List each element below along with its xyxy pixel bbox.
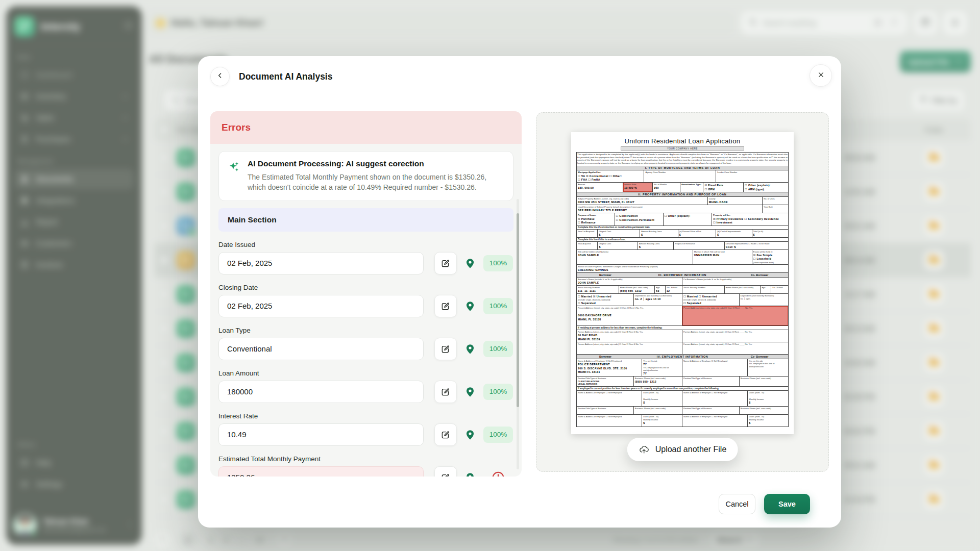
loan-form-cell: Dates (from - to)Monthly Income$	[642, 415, 682, 427]
save-button[interactable]: Save	[764, 494, 810, 514]
edit-button[interactable]	[434, 423, 457, 446]
loan-form-cell: Home Phone (incl. area code)(555) 555- 1…	[619, 286, 655, 293]
field-input[interactable]: 02 Feb, 2025	[218, 252, 424, 274]
loan-form-cell: Manner in which Title will be heldUNMARR…	[693, 250, 752, 264]
loan-form-row: Legal Description of Subject Property (a…	[577, 205, 788, 213]
close-button[interactable]	[810, 64, 832, 87]
loan-form-row: Position/Title/Type of Business Business…	[577, 407, 788, 415]
loan-form-cell: Year Acquired	[577, 242, 598, 249]
loan-form-cell: Name & Address of Employer ☐ Self Employ…	[682, 391, 748, 407]
errors-banner: Errors	[210, 111, 522, 144]
field-input[interactable]: 1350.26	[218, 466, 424, 477]
loan-form-cell: ☐ Married ☐ Unmarried(include single, di…	[682, 294, 740, 306]
error-icon	[483, 470, 513, 477]
modal-title: Document AI Analysis	[239, 71, 332, 82]
loan-form-cell: Former Address (street, city, state, zip…	[682, 342, 788, 354]
loan-form-cell: Purpose of Refinance	[674, 242, 724, 249]
location-pin-icon[interactable]	[463, 429, 477, 441]
loan-form-section-header: II. PROPERTY INFORMATION AND PURPOSE OF …	[577, 192, 788, 197]
loan-form-cell: Name & Address of Employer ☐ Self Employ…	[682, 415, 748, 427]
field-input[interactable]: 02 Feb, 2025	[218, 295, 424, 317]
loan-form-row: Position/Title/Type of BusinessCLIENT RE…	[577, 377, 788, 387]
loan-form-cell: Lender Case Number	[716, 170, 788, 182]
field-label: Loan Amount	[218, 369, 513, 377]
loan-form-cell: Position/Title/Type of Business	[682, 377, 740, 386]
location-pin-icon[interactable]	[463, 257, 477, 269]
field-input[interactable]: Conventional	[218, 338, 424, 360]
edit-button[interactable]	[434, 252, 457, 274]
field-closing-date: Closing Date02 Feb, 2025100%	[218, 274, 513, 317]
loan-form-row: Name & Address of Employer ☐ Self Employ…	[577, 359, 788, 377]
loan-form-cell: ☒ Fixed Rate☐ GPM	[703, 183, 744, 191]
loan-form-row: Former Address (street, city, state, zip…	[577, 330, 788, 342]
loan-form-cell: Amount Existing Liens$	[640, 230, 678, 237]
field-input[interactable]: 180000	[218, 381, 424, 403]
scrollbar-thumb[interactable]	[517, 213, 519, 407]
screen: Interoly MainDashboardInventorySalesPurc…	[0, 0, 980, 551]
loan-form-note: If employed in current position for less…	[577, 387, 788, 391]
loan-form-cell: Present Address (street, city, state, zi…	[577, 306, 682, 325]
loan-form-cell: Amount Existing Liens$	[638, 242, 674, 249]
location-pin-icon[interactable]	[463, 343, 477, 355]
loan-form-cell: Yrs. School12	[666, 286, 682, 293]
main-section-header: Main Section	[218, 208, 513, 232]
edit-button[interactable]	[434, 295, 457, 317]
loan-form-cell: Mortgage Applied for:☐ VA ☒ Conventional…	[577, 170, 644, 182]
loan-form-cell: Property will be:☒ Primary Residence ☐ S…	[712, 213, 788, 225]
loan-form-cell: Business Phone (incl. area code)	[740, 407, 788, 414]
upload-another-file-label: Upload another File	[655, 445, 727, 454]
close-icon	[817, 70, 825, 81]
ai-suggestion-body: The Estimated Total Monthly Payment show…	[248, 172, 505, 193]
loan-form-cell: Co-Borrower's Name (include Jr. or Sr. i…	[682, 278, 788, 285]
loan-form-cell: Name & Address of Employer ☐ Self Employ…	[577, 415, 642, 427]
loan-form-rows: I. TYPE OF MORTGAGE AND TERMS OF LOANMor…	[577, 166, 788, 427]
errors-title: Errors	[222, 122, 251, 133]
confidence-badge: 100%	[483, 341, 513, 357]
field-label: Interest Rate	[218, 412, 513, 420]
field-input[interactable]: 10.49	[218, 423, 424, 446]
field-row: 02 Feb, 2025100%	[218, 295, 513, 317]
loan-form-cell: Agency Case Number	[644, 170, 716, 182]
loan-form-cell: No. of Months360	[653, 183, 680, 191]
loan-form-row: Social Security Number111- 11- 1111Home …	[577, 286, 788, 294]
loan-form-cell: (a) Present Value of Lot$	[678, 230, 717, 237]
confidence-badge: 100%	[483, 255, 513, 271]
loan-form-cell: ☐ Other (explain):☐ ARM (type):	[744, 183, 788, 191]
loan-form-section-header: BorrowerIII. BORROWER INFORMATIONCo- Bor…	[577, 273, 788, 278]
location-pin-icon[interactable]	[463, 471, 477, 477]
loan-form-cell: Age53	[655, 286, 666, 293]
document-preview-panel: Uniform Residential Loan Application YOU…	[536, 112, 829, 472]
loan-form-cell: Former Address (street, city, state, zip…	[577, 342, 682, 354]
loan-form-company: YOUR COMPANY HERE	[621, 146, 744, 151]
loan-form-cell: Dates (from - to)Monthly Income$	[748, 415, 788, 427]
loan-form-cell: CountyMIAMI- DADE	[708, 197, 763, 205]
edit-button[interactable]	[434, 338, 457, 360]
chevron-left-icon	[216, 71, 224, 82]
loan-form-row: Title will be held in what Name(s)JOHN S…	[577, 250, 788, 265]
loan-form-row: Subject Property Address (street, city, …	[577, 197, 788, 205]
loan-form-row: Name & Address of Employer ☐ Self Employ…	[577, 415, 788, 427]
loan-form-row: Year Lot AcquiredOriginal Cost$Amount Ex…	[577, 230, 788, 238]
edit-button[interactable]	[434, 466, 457, 477]
loan-form-cell: Name & Address of Employer ☐ Self Employ…	[577, 359, 642, 376]
edit-button[interactable]	[434, 381, 457, 403]
loan-form-cell: Original Cost$	[598, 242, 638, 249]
cloud-upload-icon	[639, 444, 650, 455]
cancel-button[interactable]: Cancel	[719, 494, 755, 514]
loan-form-cell: Purpose of Loan:☒ Purchase☐ Refinance	[577, 213, 615, 225]
loan-form-cell: Year Built	[763, 205, 788, 213]
loan-form-cell: Business Phone (incl. area code)	[740, 377, 788, 386]
loan-form-cell: Yrs. on this jobYrs. employed in this li…	[748, 359, 788, 376]
loan-form-cell: Present Address (street, city, state, zi…	[682, 306, 788, 325]
upload-another-file-button[interactable]: Upload another File	[627, 438, 738, 461]
loan-form-cell: Title will be held in what Name(s)JOHN S…	[577, 250, 693, 264]
location-pin-icon[interactable]	[463, 386, 477, 398]
loan-form-intro: This application is designed to be compl…	[577, 153, 788, 165]
field-label: Loan Type	[218, 327, 513, 334]
location-pin-icon[interactable]	[463, 300, 477, 312]
back-button[interactable]	[210, 67, 230, 86]
field-label: Date Issued	[218, 241, 513, 248]
loan-form-row: ☐ Married ☒ Unmarried(include single, di…	[577, 294, 788, 306]
loan-form-cell: Age	[761, 286, 771, 293]
loan-form-row: Present Address (street, city, state, zi…	[577, 306, 788, 326]
